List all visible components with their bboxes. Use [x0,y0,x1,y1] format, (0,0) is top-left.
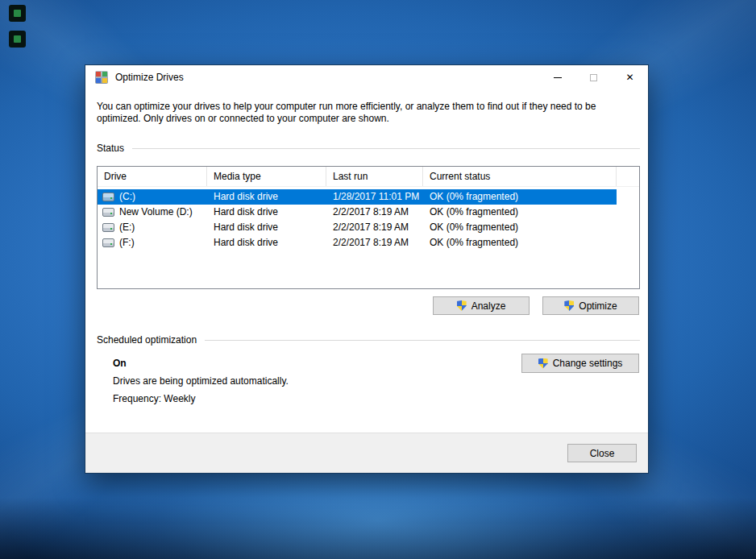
close-dialog-button[interactable]: Close [567,444,637,462]
minimize-button[interactable] [539,65,575,89]
title-bar[interactable]: Optimize Drives ✕ [85,65,648,89]
drives-table: Drive Media type Last run Current status… [97,166,640,289]
change-settings-button[interactable]: Change settings [521,354,639,373]
status-cell: OK (0% fragmented) [423,235,617,251]
desktop-shortcut-icon[interactable] [9,5,26,22]
optimize-drives-icon [95,71,108,84]
media-type-cell: Hard disk drive [207,205,326,220]
drive-name: New Volume (D:) [119,205,193,220]
last-run-cell: 1/28/2017 11:01 PM [326,189,423,205]
close-icon: ✕ [625,72,633,82]
window-controls: ✕ [539,65,648,89]
desktop-shortcut-icon[interactable] [9,31,26,48]
minimize-icon [554,77,562,78]
section-divider [205,340,640,341]
drive-name: (F:) [119,235,135,251]
optimize-button-label: Optimize [579,300,617,312]
status-section-header: Status [97,143,640,154]
table-rows: (C:) Hard disk drive 1/28/2017 11:01 PM … [98,187,639,251]
shortcut-glyph-icon [14,10,21,17]
desktop: Optimize Drives ✕ You can optimize your … [0,0,756,559]
uac-shield-icon [564,300,574,311]
drive-name-cell: (F:) [98,235,207,251]
footer-bar: Close [85,433,648,473]
uac-shield-icon [457,300,467,311]
table-header: Drive Media type Last run Current status [98,167,639,187]
uac-shield-icon [538,358,548,369]
status-section-label: Status [97,143,124,154]
maximize-button [575,65,612,89]
optimize-button[interactable]: Optimize [542,296,639,315]
drive-row[interactable]: New Volume (D:) Hard disk drive 2/2/2017… [98,205,617,220]
media-type-cell: Hard disk drive [207,189,326,205]
drive-name: (C:) [119,189,135,205]
analyze-button[interactable]: Analyze [433,296,530,315]
last-run-cell: 2/2/2017 8:19 AM [326,220,423,235]
maximize-icon [590,74,597,81]
drive-name-cell: (E:) [98,220,207,235]
close-button[interactable]: ✕ [612,65,648,89]
media-type-cell: Hard disk drive [207,235,326,251]
analyze-button-label: Analyze [471,300,506,312]
optimize-drives-window: Optimize Drives ✕ You can optimize your … [85,64,649,474]
schedule-state: On [113,358,127,369]
status-cell: OK (0% fragmented) [423,220,617,235]
section-divider [132,148,640,149]
status-cell: OK (0% fragmented) [423,205,617,220]
change-settings-label: Change settings [553,358,623,369]
drive-row[interactable]: (E:) Hard disk drive 2/2/2017 8:19 AM OK… [98,220,617,235]
schedule-frequency: Frequency: Weekly [113,393,196,404]
status-cell: OK (0% fragmented) [423,189,617,205]
column-header-drive[interactable]: Drive [98,167,207,186]
window-description: You can optimize your drives to help you… [97,101,630,125]
drive-icon [102,208,114,217]
last-run-cell: 2/2/2017 8:19 AM [326,205,423,220]
drive-name: (E:) [119,220,135,235]
column-header-last-run[interactable]: Last run [326,167,423,186]
drive-icon [102,193,114,201]
window-title: Optimize Drives [115,72,184,83]
shortcut-glyph-icon [14,35,21,43]
column-header-media-type[interactable]: Media type [207,167,326,186]
schedule-description: Drives are being optimized automatically… [113,375,289,387]
drive-row[interactable]: (C:) Hard disk drive 1/28/2017 11:01 PM … [98,189,617,205]
media-type-cell: Hard disk drive [207,220,326,235]
drive-row[interactable]: (F:) Hard disk drive 2/2/2017 8:19 AM OK… [98,235,617,251]
drive-icon [102,238,114,247]
last-run-cell: 2/2/2017 8:19 AM [326,235,423,251]
column-header-current-status[interactable]: Current status [423,167,617,186]
drive-name-cell: New Volume (D:) [98,205,207,220]
schedule-section-label: Scheduled optimization [97,334,197,346]
schedule-section-header: Scheduled optimization [97,334,640,346]
drive-name-cell: (C:) [98,189,207,205]
drive-icon [102,223,114,232]
